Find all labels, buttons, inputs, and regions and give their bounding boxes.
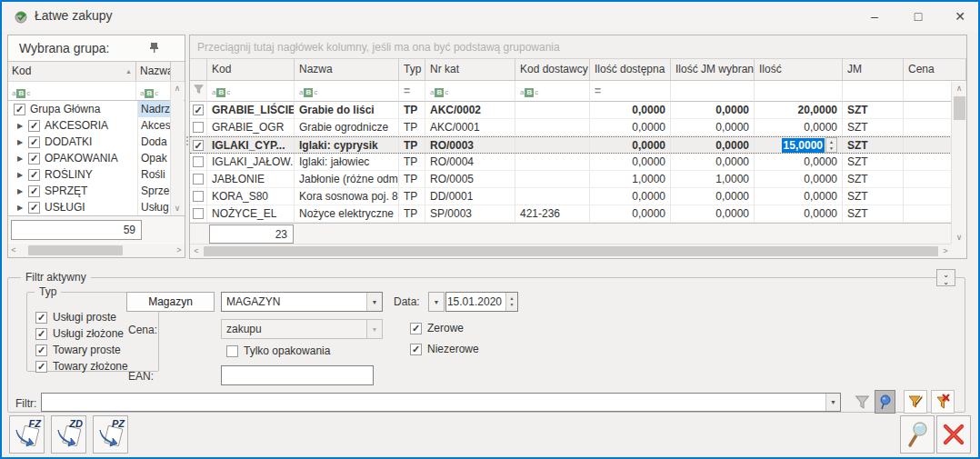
- group-by-bar[interactable]: Przeciągnij tutaj nagłówek kolumny, jeśl…: [190, 35, 966, 59]
- tree-checkbox[interactable]: ✓: [14, 104, 25, 115]
- row-checkbox[interactable]: [193, 122, 204, 133]
- tree-filter-kod[interactable]: [8, 82, 136, 100]
- expand-icon[interactable]: ▶: [15, 122, 25, 130]
- table-row-selected[interactable]: ✓ IGLAKI_CYP... Iglaki: cyprysik TP RO/0…: [190, 136, 966, 154]
- date-spinner[interactable]: ▲▼: [505, 293, 517, 311]
- tree-horizontal-scrollbar[interactable]: < >: [8, 244, 185, 257]
- scroll-up-icon[interactable]: ∧: [952, 82, 966, 95]
- cena-combo[interactable]: zakupu ▼: [221, 319, 383, 339]
- search-button[interactable]: [900, 415, 935, 454]
- filter-cell-ilosc[interactable]: [755, 81, 843, 102]
- fz-document-button[interactable]: FZ: [9, 415, 45, 454]
- table-row[interactable]: ✓ GRABIE_LIŚCIE Grabie do liści TP AKC/0…: [190, 102, 966, 119]
- scroll-thumb[interactable]: [28, 245, 123, 255]
- tree-filter-nazwa[interactable]: [136, 82, 171, 100]
- scroll-right-icon[interactable]: >: [174, 244, 185, 257]
- tree-vertical-scrollbar[interactable]: ∧ ∨: [170, 82, 184, 215]
- tree-row[interactable]: ▶ ✓ USŁUGI Usług: [8, 199, 185, 215]
- close-button[interactable]: [936, 415, 971, 454]
- column-header-kod-dostawcy[interactable]: Kod dostawcy: [515, 59, 590, 81]
- row-checkbox[interactable]: ✓: [193, 105, 204, 115]
- chevron-down-icon[interactable]: ▼: [366, 293, 382, 311]
- chevron-down-icon[interactable]: ▼: [825, 394, 840, 411]
- filter-cell-ilosc-jm[interactable]: [671, 81, 755, 102]
- checkbox-uslugi-proste[interactable]: ✓ Usługi proste: [35, 311, 116, 324]
- filter-cell-ilosc-dostepna[interactable]: [590, 81, 671, 102]
- column-header-ilosc[interactable]: Ilość: [755, 59, 843, 81]
- column-header-nazwa[interactable]: Nazwa: [295, 59, 399, 81]
- table-row[interactable]: JABŁONIE Jabłonie (różne odm... TP RO/00…: [190, 171, 966, 188]
- tree-column-header-nazwa[interactable]: Nazwa: [136, 62, 171, 81]
- filter-cell-kod-dostawcy[interactable]: [515, 81, 590, 102]
- select-column-header[interactable]: [190, 59, 207, 81]
- row-checkbox[interactable]: [193, 156, 204, 167]
- expand-icon[interactable]: ▶: [15, 204, 25, 212]
- filter-button[interactable]: [852, 390, 873, 414]
- pz-document-button[interactable]: PZ: [93, 415, 128, 454]
- ilosc-editor-cell[interactable]: 15,0000 ▲▼: [755, 137, 843, 153]
- cell-ilosc[interactable]: 0,0000: [755, 171, 843, 187]
- checkbox-towary-proste[interactable]: ✓ Towary proste: [35, 344, 121, 356]
- table-row[interactable]: KORA_S80 Kora sosnowa poj. 8... TP DD/00…: [190, 188, 966, 205]
- tree-checkbox[interactable]: ✓: [28, 136, 40, 148]
- filter-cell-nazwa[interactable]: [295, 81, 399, 102]
- column-header-typ[interactable]: Typ: [399, 59, 425, 81]
- filter-pin-button[interactable]: [875, 390, 895, 414]
- tree-row[interactable]: ▶ ✓ SPRZĘT Sprze: [8, 183, 185, 199]
- expand-icon[interactable]: ▶: [15, 138, 25, 146]
- column-header-kod[interactable]: Kod: [207, 59, 295, 81]
- tree-checkbox[interactable]: ✓: [28, 185, 40, 197]
- cell-ilosc[interactable]: 0,0000: [755, 154, 843, 170]
- column-header-ilosc-jm[interactable]: Ilość JM wybrana: [671, 59, 755, 81]
- magazyn-button[interactable]: Magazyn: [126, 292, 215, 312]
- row-checkbox[interactable]: [193, 191, 204, 202]
- scroll-down-icon[interactable]: ∨: [952, 231, 966, 244]
- cell-ilosc[interactable]: 20,0000: [755, 102, 843, 118]
- checkbox-zerowe[interactable]: ✓ Zerowe: [410, 322, 464, 334]
- row-checkbox[interactable]: ✓: [193, 140, 204, 151]
- column-header-nrkat[interactable]: Nr kat: [425, 59, 515, 81]
- row-checkbox[interactable]: [193, 174, 204, 185]
- date-dropdown-button[interactable]: ▼: [428, 292, 445, 312]
- tree-row[interactable]: ▶ ✓ AKCESORIA Akces: [8, 117, 185, 134]
- tree-checkbox[interactable]: ✓: [28, 120, 40, 132]
- filter-cell-jm[interactable]: [843, 81, 904, 102]
- scroll-thumb[interactable]: [954, 96, 965, 120]
- ilosc-editor[interactable]: 15,0000: [782, 138, 825, 153]
- grid-horizontal-scrollbar[interactable]: < >: [190, 244, 952, 258]
- tree-row[interactable]: ▶ ✓ OPAKOWANIA Opak: [8, 150, 185, 166]
- tree-row[interactable]: ✓ Grupa Główna Nadrz: [8, 101, 185, 117]
- close-window-button[interactable]: ✕: [945, 5, 975, 27]
- cell-ilosc[interactable]: 0,0000: [755, 188, 843, 205]
- checkbox-niezerowe[interactable]: ✓ Niezerowe: [410, 343, 479, 355]
- checkbox-uslugi-zlozone[interactable]: ✓ Usługi złożone: [35, 327, 124, 340]
- grid-vertical-scrollbar[interactable]: ∧ ∨: [951, 82, 966, 244]
- filter-funnel-cell[interactable]: [190, 81, 207, 102]
- filter-cell-nrkat[interactable]: [425, 81, 515, 102]
- zd-document-button[interactable]: ZD: [51, 415, 86, 454]
- row-checkbox[interactable]: [193, 208, 204, 219]
- scroll-left-icon[interactable]: <: [8, 244, 19, 257]
- filter-clear-button[interactable]: [931, 390, 955, 414]
- filter-cell-kod[interactable]: [207, 81, 295, 102]
- date-field[interactable]: 15.01.2020 ▲▼: [445, 292, 518, 312]
- tree-row[interactable]: ▶ ✓ DODATKI Doda: [8, 134, 185, 150]
- table-row[interactable]: GRABIE_OGR Grabie ogrodnicze TP AKC/0001…: [190, 119, 966, 136]
- scroll-right-icon[interactable]: >: [939, 244, 952, 258]
- checkbox-tylko-opakowania[interactable]: Tylko opakowania: [226, 344, 330, 357]
- tree-checkbox[interactable]: ✓: [28, 169, 40, 181]
- filter-cell-typ[interactable]: [399, 81, 425, 102]
- table-row[interactable]: IGLAKI_JAŁOW... Iglaki: jałowiec TP RO/0…: [190, 154, 966, 171]
- tree-checkbox[interactable]: ✓: [28, 202, 40, 214]
- filtr-combo[interactable]: ▼: [41, 393, 841, 412]
- column-header-cena[interactable]: Cena: [904, 59, 966, 81]
- collapse-filter-button[interactable]: ⌄⌄: [936, 269, 955, 286]
- column-header-jm[interactable]: JM: [843, 59, 904, 81]
- scroll-thumb[interactable]: [204, 246, 938, 256]
- ean-input[interactable]: [221, 365, 374, 385]
- scroll-up-icon[interactable]: ∧: [171, 82, 184, 95]
- tree-checkbox[interactable]: ✓: [28, 153, 40, 165]
- column-header-ilosc-dostepna[interactable]: Ilość dostępna: [590, 59, 671, 81]
- filter-builder-button[interactable]: [904, 390, 927, 414]
- maximize-button[interactable]: □: [904, 5, 933, 27]
